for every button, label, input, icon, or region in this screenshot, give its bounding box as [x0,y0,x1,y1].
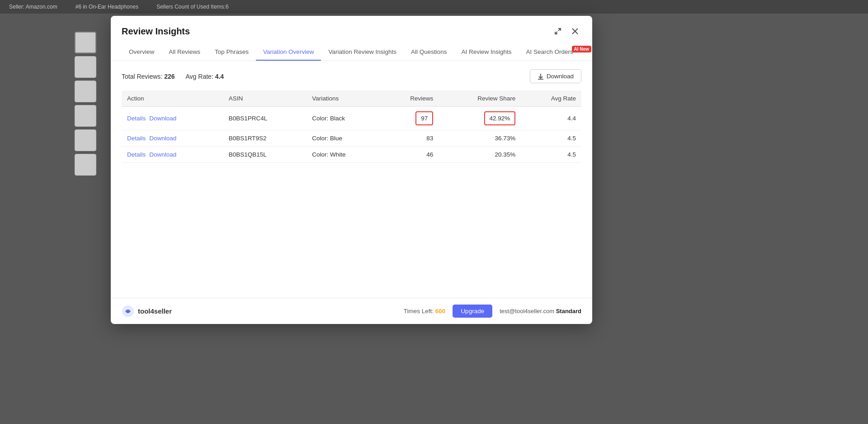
asin-cell-3: B0BS1QB15L [223,147,307,163]
col-reviews: Reviews [382,91,439,107]
thumbnail-video[interactable] [75,154,96,176]
variation-cell-3: Color: White [307,147,382,163]
modal-controls [552,25,581,38]
col-asin: ASIN [223,91,307,107]
col-variations: Variations [307,91,382,107]
upgrade-button[interactable]: Upgrade [453,305,492,318]
tab-variation-review-insights[interactable]: Variation Review Insights [321,44,404,61]
seller-info: Seller: Amazon.com [9,4,57,10]
action-cell-2: Details Download [122,130,223,147]
avg-rate-cell-1: 4.4 [521,107,581,130]
user-info: test@tool4seller.com Standard [500,308,581,314]
tab-all-reviews[interactable]: All Reviews [161,44,208,61]
table-row: Details Download B0BS1RT9S2 Color: Blue … [122,130,581,147]
tab-all-questions[interactable]: All Questions [404,44,454,61]
variation-cell-1: Color: Black [307,107,382,130]
tool4seller-icon [122,305,134,318]
summary-stats: Total Reviews: 226 Avg Rate: 4.4 [122,73,224,80]
reviews-cell-1: 97 [382,107,439,130]
thumbnail-5[interactable] [75,129,96,151]
thumbnail-3[interactable] [75,81,96,102]
download-link-2[interactable]: Download [149,135,176,142]
tab-overview[interactable]: Overview [122,44,161,61]
table-row: Details Download B0BS1QB15L Color: White… [122,147,581,163]
brand-name: tool4seller [138,307,172,315]
avg-rate-label: Avg Rate: 4.4 [186,73,224,80]
action-cell-1: Details Download [122,107,223,130]
details-link-1[interactable]: Details [127,115,146,122]
empty-content-area [122,226,581,290]
asin-cell-1: B0BS1PRC4L [223,107,307,130]
category-rank: #6 in On-Ear Headphones [75,4,138,10]
top-bar: Seller: Amazon.com #6 in On-Ear Headphon… [0,0,868,14]
avg-rate-value: 4.4 [215,73,224,80]
expand-button[interactable] [552,25,564,38]
tab-top-phrases[interactable]: Top Phrases [208,44,256,61]
download-button-main[interactable]: Download [530,69,581,83]
variations-table: Action ASIN Variations Reviews Review Sh… [122,91,581,163]
avg-rate-cell-3: 4.5 [521,147,581,163]
review-insights-modal: Review Insights [111,16,592,324]
thumbnail-1[interactable] [75,32,96,53]
modal-tabs: Overview All Reviews Top Phrases Variati… [122,44,581,61]
highlighted-reviews: 97 [415,111,433,125]
table-header: Action ASIN Variations Reviews Review Sh… [122,91,581,107]
total-reviews-label: Total Reviews: 226 [122,73,175,80]
modal-footer: tool4seller Times Left: 600 Upgrade test… [111,298,592,324]
details-link-3[interactable]: Details [127,151,146,158]
modal-title-row: Review Insights [122,25,581,38]
total-reviews-value: 226 [164,73,175,80]
review-share-cell-2: 36.73% [439,130,521,147]
footer-right: Times Left: 600 Upgrade test@tool4seller… [404,305,581,318]
table-container: Action ASIN Variations Reviews Review Sh… [122,91,581,226]
times-left-label: Times Left: 600 [404,308,446,314]
modal-title: Review Insights [122,26,190,37]
col-review-share: Review Share [439,91,521,107]
action-cell-3: Details Download [122,147,223,163]
variation-cell-2: Color: Blue [307,130,382,147]
tab-ai-review-insights[interactable]: AI Review Insights [454,44,519,61]
download-link-3[interactable]: Download [149,151,176,158]
modal-body: Total Reviews: 226 Avg Rate: 4.4 Downloa… [111,61,592,298]
col-action: Action [122,91,223,107]
review-share-cell-3: 20.35% [439,147,521,163]
thumbnail-2[interactable] [75,56,96,78]
col-avg-rate: Avg Rate [521,91,581,107]
download-icon-main [538,73,544,80]
tab-ai-search-orders[interactable]: AI Search Orders AI New [519,44,592,61]
download-link-1[interactable]: Download [149,115,176,122]
table-row: Details Download B0BS1PRC4L Color: Black… [122,107,581,130]
reviews-cell-3: 46 [382,147,439,163]
user-plan: Standard [556,308,581,314]
sidebar-thumbnails [75,32,96,176]
times-left-value: 600 [435,308,446,314]
tab-variation-overview[interactable]: Variation Overview [256,44,321,61]
reviews-cell-2: 83 [382,130,439,147]
thumbnail-4[interactable] [75,105,96,127]
brand-logo: tool4seller [122,305,172,318]
ai-new-badge: AI New [572,46,591,52]
avg-rate-cell-2: 4.5 [521,130,581,147]
summary-row: Total Reviews: 226 Avg Rate: 4.4 Downloa… [122,69,581,83]
close-button[interactable] [569,25,581,38]
review-share-cell-1: 42.92% [439,107,521,130]
asin-cell-2: B0BS1RT9S2 [223,130,307,147]
details-link-2[interactable]: Details [127,135,146,142]
highlighted-share: 42.92% [484,111,516,125]
modal-header: Review Insights [111,16,592,61]
sellers-count: Sellers Count of Used Items:6 [156,4,228,10]
table-body: Details Download B0BS1PRC4L Color: Black… [122,107,581,163]
